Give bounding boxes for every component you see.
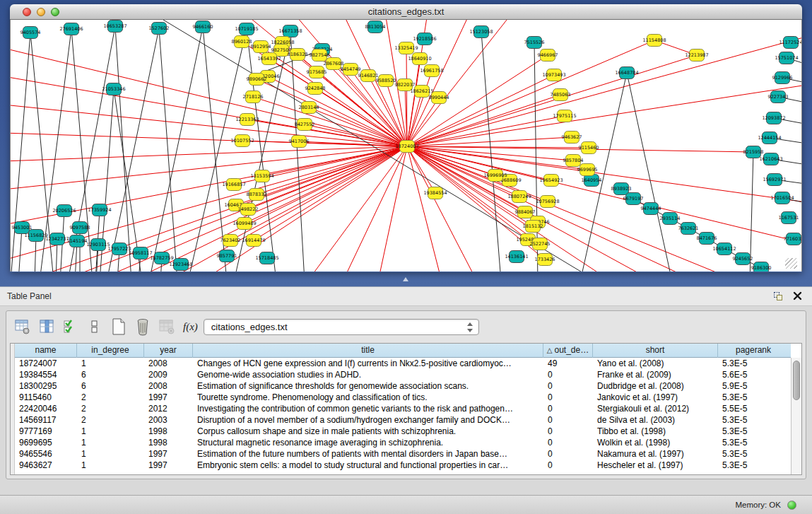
graph-node[interactable]: 9588520 bbox=[376, 75, 396, 87]
graph-node[interactable]: 10107552 bbox=[230, 135, 254, 147]
table-row[interactable]: 1456911722003Disruption of a novel membe… bbox=[15, 414, 791, 426]
graph-node[interactable]: 2935114 bbox=[660, 213, 681, 225]
graph-node[interactable]: 19166857 bbox=[222, 179, 245, 191]
graph-node[interactable]: 13325419 bbox=[394, 42, 418, 54]
graph-node[interactable]: 7623402 bbox=[220, 235, 241, 247]
graph-node[interactable]: 9857791 bbox=[217, 250, 237, 262]
graph-node[interactable]: 9097588 bbox=[70, 222, 90, 234]
new-column-icon[interactable] bbox=[108, 317, 129, 337]
graph-node[interactable]: 9463627 bbox=[562, 132, 582, 144]
graph-node[interactable]: 2718126 bbox=[243, 91, 264, 103]
graph-node[interactable]: 17359924 bbox=[88, 204, 111, 216]
graph-node[interactable]: 14136141 bbox=[505, 251, 528, 263]
graph-node[interactable]: 8427552 bbox=[295, 119, 315, 131]
table-header-row[interactable]: namein_degreeyeartitle△out_de…shortpager… bbox=[15, 344, 791, 358]
graph-node[interactable]: 1815132 bbox=[523, 221, 543, 233]
network-canvas[interactable]: 9405574276914061065328715276029466160107… bbox=[11, 20, 802, 271]
column-header-out_degree[interactable]: △out_de… bbox=[543, 344, 593, 358]
graph-node[interactable]: 17016504 bbox=[770, 192, 794, 204]
column-header-in_degree[interactable]: in_degree bbox=[77, 344, 144, 358]
table-row[interactable]: 911546021997Tourette syndrome. Phenomeno… bbox=[15, 392, 791, 403]
graph-node[interactable]: 12213987 bbox=[685, 49, 708, 62]
graph-node[interactable]: 9890662 bbox=[247, 74, 267, 86]
graph-node[interactable]: 7515526 bbox=[524, 37, 545, 49]
float-panel-icon[interactable] bbox=[774, 292, 784, 301]
table-select-dropdown[interactable]: citations_edges.txt bbox=[204, 319, 479, 335]
graph-node[interactable]: 10719185 bbox=[235, 23, 258, 35]
column-header-title[interactable]: title bbox=[193, 344, 543, 358]
column-header-short[interactable]: short bbox=[593, 344, 718, 358]
graph-node[interactable]: 15692971 bbox=[763, 174, 786, 186]
graph-node[interactable]: 17975115 bbox=[553, 110, 576, 122]
graph-node[interactable]: 9466160 bbox=[193, 21, 213, 33]
table-row[interactable]: 946554611997Estimation of the future num… bbox=[15, 448, 791, 460]
table-row[interactable]: 1938455462009Genome-wide association stu… bbox=[15, 369, 791, 380]
graph-node[interactable]: 9115460 bbox=[579, 142, 599, 154]
column-header-pagerank[interactable]: pagerank bbox=[718, 344, 789, 358]
graph-node[interactable]: 1167531 bbox=[779, 212, 799, 224]
graph-node[interactable]: 9466967 bbox=[538, 49, 558, 62]
scrollbar-thumb[interactable] bbox=[793, 361, 800, 400]
graph-node[interactable]: 10958117 bbox=[129, 247, 152, 259]
graph-node[interactable]: 9129966 bbox=[772, 72, 793, 84]
graph-node[interactable]: 8186328 bbox=[288, 49, 308, 61]
graph-node[interactable]: 8990444 bbox=[429, 92, 449, 104]
graph-node[interactable]: 9175685 bbox=[307, 66, 327, 78]
graph-node[interactable]: 15123058 bbox=[469, 26, 493, 38]
column-header-year[interactable]: year bbox=[144, 344, 193, 358]
graph-node[interactable]: 16961758 bbox=[420, 65, 443, 77]
graph-node[interactable]: 8813054 bbox=[365, 21, 386, 33]
graph-node[interactable]: 16671358 bbox=[278, 25, 302, 37]
graph-node[interactable]: 9186300 bbox=[751, 262, 772, 272]
window-resize-grip[interactable] bbox=[785, 258, 797, 269]
graph-node[interactable]: 2522745 bbox=[530, 238, 551, 250]
show-columns-icon[interactable] bbox=[36, 317, 57, 337]
graph-node[interactable]: 9227343 bbox=[768, 91, 789, 103]
table-row[interactable]: 977716911998Corpus callosum shape and si… bbox=[15, 426, 791, 437]
graph-node[interactable]: 1145194 bbox=[67, 235, 88, 247]
graph-node[interactable]: 7716033 bbox=[784, 233, 802, 245]
table-row[interactable]: 946362711997Embryonic stem cells: a mode… bbox=[15, 460, 791, 471]
graph-node[interactable]: 16210643 bbox=[759, 153, 782, 165]
graph-node[interactable]: 8215958 bbox=[743, 146, 764, 158]
split-pane-grip[interactable] bbox=[401, 276, 410, 283]
graph-node[interactable]: 19218586 bbox=[413, 33, 436, 45]
graph-node[interactable]: 12444154 bbox=[758, 132, 781, 144]
graph-node[interactable]: 10756928 bbox=[536, 196, 559, 208]
graph-node[interactable]: 18640910 bbox=[408, 53, 431, 65]
graph-node[interactable]: 17957223 bbox=[107, 243, 131, 255]
graph-node[interactable]: 9417006 bbox=[289, 136, 310, 148]
graph-node[interactable]: 15718485 bbox=[255, 252, 278, 264]
column-header-name[interactable]: name bbox=[15, 344, 77, 358]
graph-node[interactable]: 1498222 bbox=[238, 204, 259, 216]
graph-node[interactable]: 7485063 bbox=[551, 89, 571, 101]
graph-node[interactable]: 9474444 bbox=[641, 203, 661, 215]
graph-node[interactable]: 16914479 bbox=[242, 235, 265, 247]
table-row[interactable]: 1830029562008Estimation of significance … bbox=[15, 380, 791, 392]
delete-column-icon[interactable] bbox=[132, 317, 153, 337]
graph-node[interactable]: 21053346 bbox=[102, 83, 125, 95]
graph-node[interactable]: 12093872 bbox=[762, 112, 785, 124]
graph-node[interactable]: 10653287 bbox=[103, 21, 126, 33]
graph-node[interactable]: 6679197 bbox=[623, 193, 644, 205]
graph-node[interactable]: 18807249 bbox=[507, 191, 531, 203]
graph-node[interactable]: 7632621 bbox=[678, 223, 699, 235]
select-checkboxes-icon[interactable] bbox=[60, 317, 81, 337]
graph-node[interactable]: 16648784 bbox=[615, 67, 638, 79]
graph-node[interactable]: 9245652 bbox=[733, 253, 753, 265]
graph-node[interactable]: 8912954 bbox=[251, 41, 271, 53]
graph-node[interactable]: 11172524 bbox=[779, 37, 802, 49]
vertical-scrollbar[interactable] bbox=[791, 358, 801, 474]
graph-node[interactable]: 1733426 bbox=[535, 254, 555, 266]
graph-node[interactable]: 8960128 bbox=[232, 36, 252, 48]
graph-node[interactable]: 1640954 bbox=[582, 175, 602, 187]
close-panel-icon[interactable] bbox=[793, 291, 802, 300]
table-options-icon[interactable] bbox=[12, 317, 33, 337]
graph-node[interactable]: 15751074 bbox=[775, 52, 798, 64]
graph-node[interactable]: 11154808 bbox=[642, 35, 666, 47]
table-body[interactable]: 1872400712008Changes of HCN gene express… bbox=[15, 358, 791, 474]
graph-node[interactable]: 8471676 bbox=[697, 233, 717, 245]
graph-node[interactable]: 9405574 bbox=[20, 27, 41, 39]
graph-node[interactable]: 9242848 bbox=[305, 83, 326, 95]
window-titlebar[interactable]: citations_edges.txt bbox=[10, 4, 802, 20]
